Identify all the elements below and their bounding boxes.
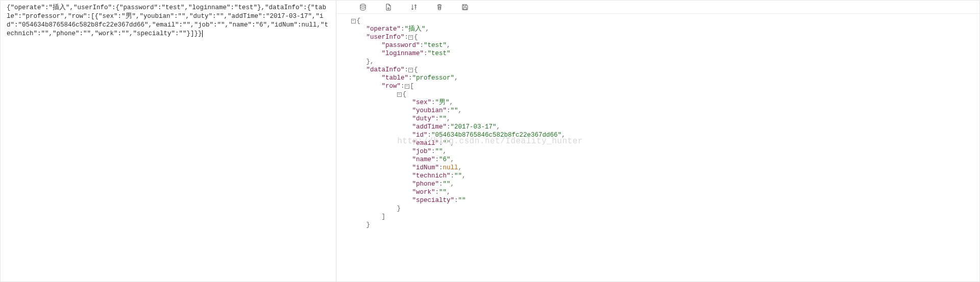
text-cursor bbox=[202, 30, 203, 37]
json-tree[interactable]: −{ "operate":"插入", "userInfo":−{ "passwo… bbox=[336, 14, 979, 281]
tree-line: "sex":"男", bbox=[339, 98, 979, 107]
export-icon[interactable] bbox=[384, 3, 393, 11]
collapse-toggle[interactable]: − bbox=[408, 35, 413, 40]
delete-icon[interactable] bbox=[435, 3, 444, 11]
collapse-toggle[interactable]: − bbox=[397, 92, 402, 97]
tree-line: "technich":"", bbox=[339, 172, 979, 180]
tree-line: "phone":"", bbox=[339, 180, 979, 188]
tree-line: } bbox=[339, 204, 979, 213]
toolbar: 1 bbox=[336, 1, 979, 14]
tree-line: "operate":"插入", bbox=[339, 25, 979, 33]
raw-json-text: {"operate":"插入","userInfo":{"password":"… bbox=[7, 4, 328, 37]
save-icon[interactable] bbox=[461, 3, 469, 11]
tree-line: ] bbox=[339, 213, 979, 221]
collapse-toggle[interactable]: − bbox=[405, 84, 409, 89]
collapse-toggle[interactable]: − bbox=[351, 19, 356, 23]
tree-line: "userInfo":−{ bbox=[339, 33, 979, 41]
raw-json-editor[interactable]: {"operate":"插入","userInfo":{"password":"… bbox=[1, 1, 336, 281]
tree-line: "row":−[ bbox=[339, 82, 979, 90]
compact-icon[interactable] bbox=[359, 3, 367, 11]
tree-line: "specialty":"" bbox=[339, 196, 979, 204]
tree-line: "addTime":"2017-03-17", bbox=[339, 123, 979, 131]
tree-line: } bbox=[339, 221, 979, 229]
tree-line: −{ bbox=[339, 17, 979, 25]
tree-line: "name":"6", bbox=[339, 156, 979, 164]
tree-line: "work":"", bbox=[339, 188, 979, 196]
sort-icon[interactable]: 1 bbox=[410, 3, 418, 11]
tree-line: "password":"test", bbox=[339, 41, 979, 49]
tree-line: "idNum":null, bbox=[339, 164, 979, 172]
tree-line: "dataInfo":−{ bbox=[339, 66, 979, 74]
tree-line: "loginname":"test" bbox=[339, 49, 979, 58]
tree-line: "email":"", bbox=[339, 139, 979, 147]
tree-line: −{ bbox=[339, 90, 979, 98]
svg-text:1: 1 bbox=[415, 6, 416, 9]
tree-line: "id":"054634b8765846c582b8fc22e367dd66", bbox=[339, 131, 979, 139]
collapse-toggle[interactable]: − bbox=[408, 68, 413, 72]
tree-line: "table":"professor", bbox=[339, 74, 979, 82]
tree-line: "job":"", bbox=[339, 147, 979, 156]
svg-point-0 bbox=[360, 4, 365, 6]
tree-line: "duty":"", bbox=[339, 115, 979, 123]
tree-line: }, bbox=[339, 58, 979, 66]
formatted-panel: 1 −{ "operate":"插入", "userInfo":−{ "pass… bbox=[336, 1, 979, 281]
tree-line: "youbian":"", bbox=[339, 107, 979, 115]
